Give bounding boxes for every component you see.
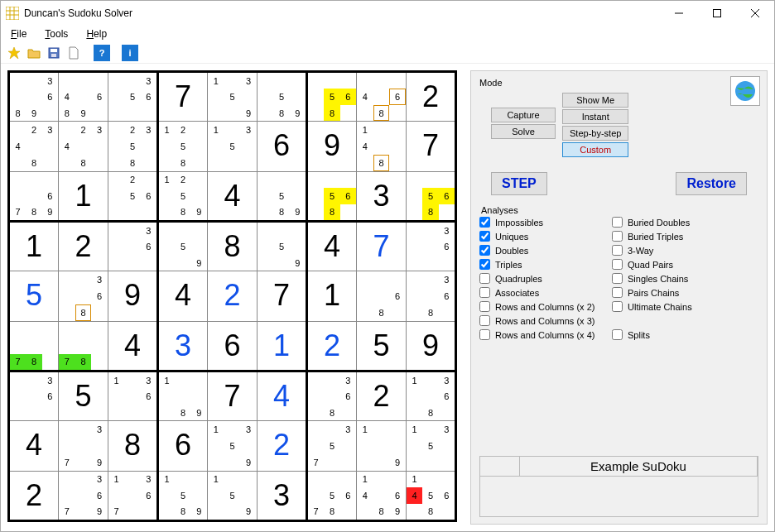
menu-help[interactable]: Help — [83, 26, 110, 41]
sudoku-cell[interactable]: 379 — [59, 421, 108, 471]
sudoku-cell[interactable]: 159 — [208, 471, 258, 520]
sudoku-cell[interactable]: 36 — [407, 221, 456, 271]
analysis-checkbox[interactable]: Associates — [479, 287, 605, 298]
sudoku-cell[interactable]: 2 — [307, 321, 357, 371]
analysis-checkbox[interactable]: Doubles — [479, 245, 605, 256]
sudoku-cell[interactable]: 36 — [9, 371, 59, 420]
checkbox[interactable] — [479, 329, 490, 340]
sudoku-cell[interactable]: 368 — [59, 271, 108, 321]
restore-button[interactable]: Restore — [676, 172, 747, 195]
sudoku-cell[interactable]: 78 — [9, 321, 59, 371]
sudoku-cell[interactable]: 1258 — [158, 122, 208, 171]
analysis-checkbox[interactable]: Triples — [479, 259, 605, 270]
sudoku-cell[interactable]: 68 — [357, 271, 407, 321]
analysis-checkbox[interactable]: 3-Way — [612, 245, 692, 256]
sudoku-cell[interactable]: 2 — [9, 471, 59, 520]
analysis-checkbox[interactable]: Pairs Chains — [612, 287, 692, 298]
sudoku-cell[interactable]: 256 — [108, 171, 158, 221]
sudoku-cell[interactable]: 78 — [59, 321, 108, 371]
sudoku-cell[interactable]: 2358 — [108, 122, 158, 171]
sudoku-cell[interactable]: 5 — [59, 371, 108, 420]
analysis-checkbox[interactable]: Quad Pairs — [612, 259, 692, 270]
solve-button[interactable]: Solve — [491, 124, 556, 139]
checkbox[interactable] — [479, 301, 490, 312]
checkbox[interactable] — [479, 245, 490, 256]
sudoku-cell[interactable]: 2 — [357, 371, 407, 420]
sudoku-cell[interactable]: 9 — [108, 271, 158, 321]
close-button[interactable] — [736, 1, 774, 26]
sudoku-cell[interactable]: 356 — [108, 72, 158, 122]
sudoku-cell[interactable]: 1 — [258, 321, 307, 371]
sudoku-cell[interactable]: 357 — [307, 421, 357, 471]
sudoku-cell[interactable]: 1359 — [208, 421, 258, 471]
sudoku-cell[interactable]: 2 — [208, 271, 258, 321]
sudoku-cell[interactable]: 12589 — [158, 171, 208, 221]
sudoku-cell[interactable]: 14689 — [357, 471, 407, 520]
page-icon[interactable] — [65, 45, 82, 61]
sudoku-cell[interactable]: 5678 — [307, 471, 357, 520]
sudoku-cell[interactable]: 1 — [9, 221, 59, 271]
stepbystep-button[interactable]: Step-by-step — [562, 126, 628, 141]
sudoku-cell[interactable]: 3679 — [59, 471, 108, 520]
checkbox[interactable] — [479, 231, 490, 242]
step-button[interactable]: STEP — [491, 172, 547, 195]
checkbox[interactable] — [479, 259, 490, 270]
sudoku-cell[interactable]: 3689 — [9, 72, 59, 122]
analysis-checkbox[interactable]: Quadruples — [479, 273, 605, 284]
checkbox[interactable] — [612, 245, 623, 256]
sudoku-cell[interactable]: 7 — [208, 371, 258, 420]
sudoku-cell[interactable]: 4 — [307, 221, 357, 271]
sudoku-cell[interactable]: 589 — [258, 171, 307, 221]
sudoku-cell[interactable]: 4 — [158, 271, 208, 321]
sudoku-cell[interactable]: 568 — [307, 72, 357, 122]
sudoku-cell[interactable]: 4 — [208, 171, 258, 221]
sudoku-cell[interactable]: 368 — [307, 371, 357, 420]
sudoku-cell[interactable]: 6 — [258, 122, 307, 171]
sudoku-cell[interactable]: 1359 — [208, 72, 258, 122]
sudoku-cell[interactable]: 3 — [258, 471, 307, 520]
sudoku-cell[interactable]: 5 — [357, 321, 407, 371]
showme-button[interactable]: Show Me — [562, 93, 628, 108]
checkbox[interactable] — [612, 287, 623, 298]
save-icon[interactable] — [46, 45, 62, 61]
sudoku-cell[interactable]: 8 — [108, 421, 158, 471]
sudoku-cell[interactable]: 2348 — [9, 122, 59, 171]
folder-icon[interactable] — [26, 45, 42, 61]
analysis-checkbox[interactable]: Uniques — [479, 231, 605, 242]
analysis-checkbox[interactable]: Ultimate Chains — [612, 301, 692, 312]
menu-tools[interactable]: Tools — [41, 26, 71, 41]
sudoku-cell[interactable]: 3 — [158, 321, 208, 371]
sudoku-cell[interactable]: 2 — [59, 221, 108, 271]
checkbox[interactable] — [479, 287, 490, 298]
sudoku-cell[interactable]: 9 — [307, 122, 357, 171]
sudoku-cell[interactable]: 5 — [9, 271, 59, 321]
maximize-button[interactable] — [698, 1, 736, 26]
sudoku-cell[interactable]: 7 — [158, 72, 208, 122]
sudoku-cell[interactable]: 1 — [307, 271, 357, 321]
menu-file[interactable]: File — [7, 26, 30, 41]
sudoku-cell[interactable]: 4 — [9, 421, 59, 471]
checkbox[interactable] — [479, 273, 490, 284]
sudoku-cell[interactable]: 7 — [357, 221, 407, 271]
sudoku-cell[interactable]: 136 — [108, 371, 158, 420]
sudoku-cell[interactable]: 59 — [158, 221, 208, 271]
sudoku-cell[interactable]: 6789 — [9, 171, 59, 221]
analysis-checkbox[interactable]: Buried Triples — [612, 231, 692, 242]
analysis-checkbox[interactable]: Rows and Columns (x 4) — [479, 329, 605, 340]
sudoku-cell[interactable]: 9 — [407, 321, 456, 371]
sudoku-cell[interactable]: 6 — [158, 421, 208, 471]
checkbox[interactable] — [612, 273, 623, 284]
globe-button[interactable] — [730, 76, 760, 106]
analysis-checkbox[interactable]: Rows and Columns (x 2) — [479, 301, 605, 312]
checkbox[interactable] — [612, 231, 623, 242]
analysis-checkbox[interactable]: Impossibles — [479, 217, 605, 228]
sudoku-cell[interactable]: 135 — [208, 122, 258, 171]
sudoku-cell[interactable]: 8 — [208, 221, 258, 271]
sudoku-cell[interactable]: 1 — [59, 171, 108, 221]
example-tab[interactable] — [480, 457, 520, 476]
sudoku-cell[interactable]: 14568 — [407, 471, 456, 520]
sudoku-cell[interactable]: 2348 — [59, 122, 108, 171]
sudoku-cell[interactable]: 1367 — [108, 471, 158, 520]
sudoku-cell[interactable]: 2 — [407, 72, 456, 122]
checkbox[interactable] — [612, 259, 623, 270]
